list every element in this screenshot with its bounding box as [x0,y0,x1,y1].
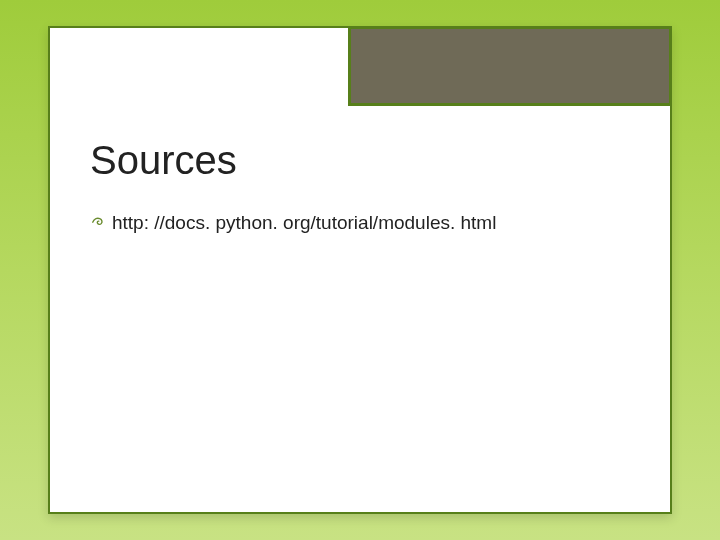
slide-title: Sources [90,138,630,183]
swirl-bullet-icon [90,211,106,231]
slide-card: Sources http: //docs. python. org/tutori… [48,26,672,514]
bullet-item: http: //docs. python. org/tutorial/modul… [90,211,630,236]
bullet-text: http: //docs. python. org/tutorial/modul… [112,211,496,236]
header-accent-box [348,26,672,106]
slide-content: Sources http: //docs. python. org/tutori… [90,138,630,236]
